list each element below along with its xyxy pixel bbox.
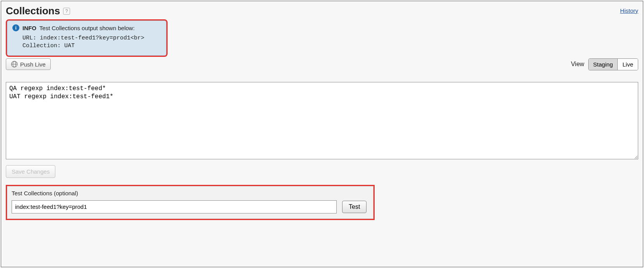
header-row: Collections ? History — [6, 5, 638, 19]
history-link[interactable]: History — [620, 7, 638, 14]
test-collections-title: Test Collections (optional) — [12, 190, 369, 196]
test-row: Test — [12, 200, 369, 213]
info-detail: URL: index:test-feed1?key=prod1<br> Coll… — [22, 34, 161, 50]
rules-textarea[interactable] — [6, 82, 638, 159]
live-tab[interactable]: Live — [617, 59, 638, 70]
push-live-button[interactable]: Push Live — [6, 58, 51, 70]
test-input[interactable] — [12, 200, 337, 213]
push-live-label: Push Live — [20, 61, 46, 68]
help-icon[interactable]: ? — [63, 8, 70, 15]
info-header: i INFO Test Collections output shown bel… — [12, 24, 161, 31]
globe-icon — [11, 61, 18, 68]
info-icon: i — [12, 24, 19, 31]
page-title-text: Collections — [6, 5, 60, 17]
view-label: View — [571, 61, 584, 68]
page-title: Collections ? — [6, 5, 70, 17]
view-group: View Staging Live — [571, 58, 638, 70]
test-button[interactable]: Test — [342, 201, 367, 213]
save-changes-button[interactable]: Save Changes — [6, 165, 55, 178]
info-box: i INFO Test Collections output shown bel… — [6, 19, 168, 57]
test-collections-section: Test Collections (optional) Test — [6, 185, 375, 220]
info-message: Test Collections output shown below: — [39, 25, 135, 31]
toolbar-row: Push Live View Staging Live — [6, 58, 638, 70]
staging-tab[interactable]: Staging — [589, 59, 618, 70]
info-label: INFO — [22, 25, 36, 31]
page-container: Collections ? History i INFO Test Collec… — [1, 1, 643, 267]
view-segmented: Staging Live — [588, 58, 638, 70]
